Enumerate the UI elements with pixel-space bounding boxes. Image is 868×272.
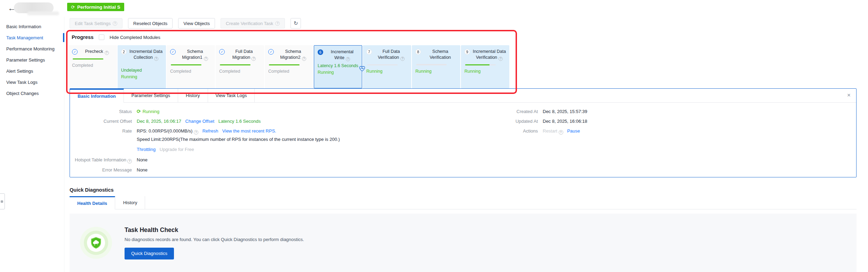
created-at-label: Created At xyxy=(482,108,543,115)
reselect-objects-button[interactable]: Reselect Objects xyxy=(128,18,173,29)
create-verification-task-button[interactable]: Create Verification Task ? xyxy=(221,18,285,29)
progress-title: Progress xyxy=(72,34,94,40)
progress-line xyxy=(73,58,103,60)
tab-health-details[interactable]: Health Details xyxy=(70,196,115,209)
module-card-incremental-data-collection[interactable]: 2 Incremental Data Collection? Undelayed… xyxy=(118,45,166,88)
task-subtitle-blurred xyxy=(27,11,59,15)
hide-completed-checkbox[interactable] xyxy=(99,34,104,40)
health-check-title: Task Health Check xyxy=(125,226,304,234)
health-heartbeat-icon[interactable] xyxy=(359,65,366,72)
sidebar-item-label: Basic Information xyxy=(6,24,41,29)
help-icon: ? xyxy=(113,21,117,26)
sidebar-item-view-task-logs[interactable]: View Task Logs xyxy=(0,77,64,88)
step-number-icon-active: 6 xyxy=(318,49,323,55)
close-icon[interactable]: × xyxy=(847,92,851,98)
sidebar-item-performance-monitoring[interactable]: Performance Monitoring xyxy=(0,43,64,54)
module-card-schema-migration2[interactable]: ✓ Schema Migration2? Completed xyxy=(265,45,313,88)
module-card-schema-verification[interactable]: 8 Schema Verification Running xyxy=(412,45,460,88)
help-icon[interactable]: ? xyxy=(346,57,350,61)
module-card-precheck[interactable]: ✓ Precheck? Completed xyxy=(69,45,117,88)
tab-history[interactable]: History xyxy=(178,89,208,103)
check-circle-icon: ✓ xyxy=(268,49,274,55)
sidebar-item-parameter-settings[interactable]: Parameter Settings xyxy=(0,54,64,65)
help-icon[interactable]: ? xyxy=(194,130,198,135)
refresh-button[interactable]: ↻ xyxy=(290,18,301,29)
progress-line xyxy=(269,64,300,66)
collapsed-panel-handle[interactable] xyxy=(0,193,5,209)
help-icon[interactable]: ? xyxy=(127,159,132,163)
help-icon[interactable]: ? xyxy=(105,51,109,55)
help-icon[interactable]: ? xyxy=(302,57,306,61)
tab-label: Health Details xyxy=(77,201,107,206)
restart-button[interactable]: Restart xyxy=(543,128,557,134)
tab-view-task-logs[interactable]: View Task Logs xyxy=(208,89,255,103)
progress-line xyxy=(465,64,496,66)
help-icon[interactable]: ? xyxy=(400,57,405,61)
tab-label: History xyxy=(186,93,200,98)
button-label: Reselect Objects xyxy=(133,21,167,26)
refresh-rps-link[interactable]: Refresh xyxy=(202,128,218,134)
help-icon[interactable]: ? xyxy=(252,57,256,61)
sidebar-item-alert-settings[interactable]: Alert Settings xyxy=(0,65,64,77)
module-card-full-data-migration[interactable]: ✓ Full Data Migration? Completed xyxy=(216,45,264,88)
error-message-label: Error Message xyxy=(73,167,137,173)
quick-diagnostics-tabs: Health Details History xyxy=(70,196,857,209)
module-card-full-data-verification[interactable]: 7 Full Data Verification? Running xyxy=(363,45,411,88)
progress-line xyxy=(416,64,447,65)
current-offset-time: Dec 8, 2025, 16:06:17 xyxy=(137,119,181,124)
meta-fields: Created At Dec 8, 2025, 15:57:39 Updated… xyxy=(482,108,587,138)
rate-label: Rate xyxy=(73,128,137,153)
tab-basic-information[interactable]: Basic Information xyxy=(70,89,124,103)
status-badge-label: Performing Initial S xyxy=(77,5,120,10)
throttling-link[interactable]: Throttling xyxy=(137,147,156,152)
tab-parameter-settings[interactable]: Parameter Settings xyxy=(124,89,178,103)
view-objects-button[interactable]: View Objects xyxy=(178,18,215,29)
sidebar-item-basic-information[interactable]: Basic Information xyxy=(0,21,64,32)
pause-button[interactable]: Pause xyxy=(567,128,580,134)
module-card-schema-migration1[interactable]: ✓ Schema Migration1? Completed xyxy=(167,45,215,88)
view-recent-rps-link[interactable]: View the most recent RPS. xyxy=(222,128,276,134)
help-icon[interactable]: ? xyxy=(499,57,503,61)
help-icon[interactable]: ? xyxy=(559,130,563,135)
module-card-incremental-data-verification[interactable]: 9 Incremental Data Verification? Running xyxy=(461,45,509,88)
upgrade-for-free-label[interactable]: Upgrade for Free xyxy=(160,147,194,152)
tabs-filler xyxy=(145,196,857,209)
module-card-incremental-write[interactable]: 6 Incremental Write? Latency 1.6 Seconds… xyxy=(314,45,362,88)
module-status: Running xyxy=(121,74,163,80)
module-title: Schema Verification xyxy=(430,49,451,60)
detail-tabs: Basic Information Parameter Settings His… xyxy=(70,89,856,103)
refresh-icon: ↻ xyxy=(294,20,298,26)
progress-header: Progress Hide Completed Modules xyxy=(72,34,160,40)
sidebar-item-label: Performance Monitoring xyxy=(6,46,55,51)
tabs-filler xyxy=(255,89,856,103)
sidebar-item-object-changes[interactable]: Object Changes xyxy=(0,88,64,99)
change-offset-link[interactable]: Change Offset xyxy=(185,119,215,124)
app-header: ← ⟳ Performing Initial S xyxy=(0,0,868,17)
progress-line xyxy=(367,64,398,66)
module-status: Latency 1.6 Seconds xyxy=(318,63,359,69)
sidebar-item-label: Object Changes xyxy=(6,91,39,96)
created-at-value: Dec 8, 2025, 15:57:39 xyxy=(543,108,587,115)
module-status: Running xyxy=(366,68,408,75)
module-title: Incremental Write xyxy=(331,49,353,60)
module-status: Completed xyxy=(72,62,114,69)
help-icon[interactable]: ? xyxy=(154,57,158,61)
module-title: Full Data Migration xyxy=(232,49,253,60)
quick-diagnostics-button[interactable]: Quick Diagnostics xyxy=(125,248,174,259)
sidebar-item-task-management[interactable]: Task Management xyxy=(0,32,64,43)
tab-qd-history[interactable]: History xyxy=(115,196,145,209)
help-icon[interactable]: ? xyxy=(204,57,208,61)
sidebar-item-label: Parameter Settings xyxy=(6,57,45,63)
latency-text: Latency 1.6 Seconds xyxy=(218,119,261,124)
basic-info-fields: Status ⟳Running Current Offset Dec 8, 20… xyxy=(73,108,340,176)
status-value: Running xyxy=(143,109,159,114)
progress-line xyxy=(220,64,250,66)
button-label: View Objects xyxy=(183,21,210,26)
module-status: Completed xyxy=(170,68,212,75)
health-check-description: No diagnostics records are found. You ca… xyxy=(125,237,304,242)
sidebar-item-label: View Task Logs xyxy=(6,80,38,85)
status-label: Status xyxy=(73,108,137,115)
step-number-icon: 9 xyxy=(464,49,470,55)
edit-task-settings-button[interactable]: Edit Task Settings ? xyxy=(70,18,122,29)
module-status: Running xyxy=(318,69,359,76)
